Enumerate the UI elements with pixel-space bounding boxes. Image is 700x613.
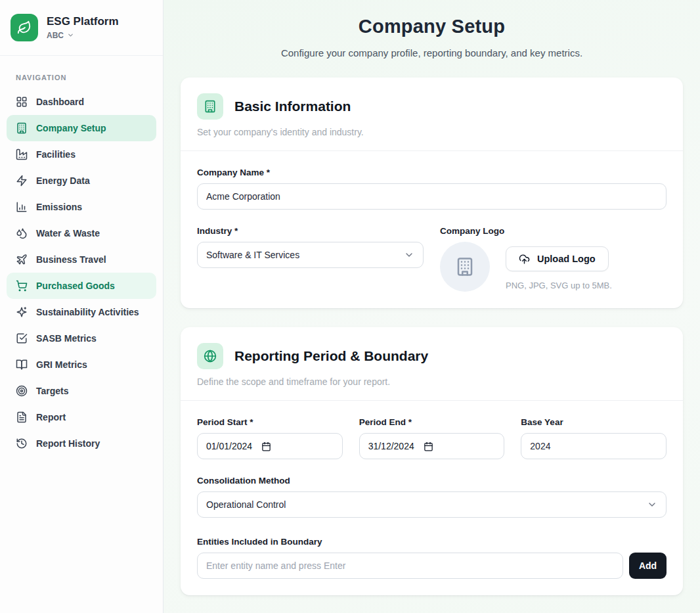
- factory-icon: [16, 148, 28, 160]
- bar-chart-icon: [16, 201, 28, 213]
- sidebar-item-label: Emissions: [36, 202, 82, 212]
- sidebar: ESG Platform ABC NAVIGATION Dashboard Co…: [0, 0, 164, 613]
- consolidation-selected-value: Operational Control: [206, 499, 286, 510]
- logo-placeholder: [440, 242, 490, 292]
- card-title: Basic Information: [234, 99, 351, 114]
- period-start-group: Period Start * 01/01/2024: [197, 417, 343, 459]
- sparkles-icon: [16, 306, 28, 318]
- company-name-group: Company Name *: [197, 168, 667, 210]
- entities-label: Entities Included in Boundary: [197, 537, 667, 547]
- droplets-icon: [16, 227, 28, 239]
- app-logo: [11, 14, 38, 41]
- app-name: ESG Platform: [47, 15, 119, 28]
- org-switcher[interactable]: ABC: [47, 31, 119, 40]
- sidebar-item-company-setup[interactable]: Company Setup: [7, 115, 156, 141]
- page-subtitle: Configure your company profile, reportin…: [181, 47, 683, 58]
- period-start-label: Period Start *: [197, 417, 343, 427]
- sidebar-item-purchased-goods[interactable]: Purchased Goods: [7, 273, 156, 299]
- globe-icon: [197, 343, 223, 369]
- industry-selected-value: Software & IT Services: [206, 250, 299, 260]
- sidebar-item-report[interactable]: Report: [7, 404, 156, 430]
- sidebar-item-label: Facilities: [36, 149, 76, 160]
- company-logo-group: Company Logo: [440, 226, 667, 292]
- sidebar-item-sustainability-activities[interactable]: Sustainability Activities: [7, 299, 156, 325]
- sidebar-item-label: Report: [36, 412, 66, 422]
- period-end-label: Period End *: [359, 417, 505, 427]
- shopping-cart-icon: [16, 280, 28, 292]
- base-year-input[interactable]: [521, 433, 667, 459]
- sidebar-item-dashboard[interactable]: Dashboard: [7, 89, 156, 115]
- building-icon: [455, 257, 475, 277]
- industry-label: Industry *: [197, 226, 424, 236]
- sidebar-item-facilities[interactable]: Facilities: [7, 141, 156, 168]
- sidebar-item-label: SASB Metrics: [36, 333, 97, 344]
- main-content: Company Setup Configure your company pro…: [164, 0, 700, 613]
- entity-name-input[interactable]: [197, 553, 623, 579]
- period-end-input[interactable]: 31/12/2024: [359, 433, 505, 459]
- period-start-input[interactable]: 01/01/2024: [197, 433, 343, 459]
- page-title: Company Setup: [181, 16, 683, 37]
- period-end-value: 31/12/2024: [368, 441, 414, 451]
- sidebar-item-label: Dashboard: [36, 97, 84, 107]
- consolidation-label: Consolidation Method: [197, 476, 667, 486]
- basic-information-header: Basic Information Set your company's ide…: [181, 78, 683, 151]
- sidebar-item-label: Purchased Goods: [36, 281, 115, 291]
- sidebar-item-label: Sustainability Activities: [36, 307, 139, 317]
- consolidation-group: Consolidation Method Operational Control: [197, 476, 667, 518]
- period-start-value: 01/01/2024: [206, 441, 252, 451]
- sidebar-item-emissions[interactable]: Emissions: [7, 194, 156, 220]
- upload-logo-label: Upload Logo: [537, 254, 596, 264]
- company-name-input[interactable]: [197, 183, 667, 210]
- sidebar-item-gri-metrics[interactable]: GRI Metrics: [7, 352, 156, 378]
- base-year-label: Base Year: [521, 417, 667, 427]
- org-name: ABC: [47, 31, 64, 40]
- calendar-icon[interactable]: [424, 442, 433, 451]
- target-icon: [16, 385, 28, 397]
- sidebar-nav: Dashboard Company Setup Facilities Energ…: [0, 89, 163, 457]
- sidebar-item-label: Energy Data: [36, 175, 90, 186]
- chevron-down-icon: [647, 499, 657, 510]
- sidebar-item-label: Company Setup: [36, 123, 106, 133]
- file-text-icon: [16, 411, 28, 423]
- reporting-period-header: Reporting Period & Boundary Define the s…: [181, 327, 683, 401]
- zap-icon: [16, 175, 28, 187]
- plane-icon: [16, 254, 28, 265]
- check-square-icon: [16, 332, 28, 344]
- sidebar-item-targets[interactable]: Targets: [7, 378, 156, 404]
- card-subtitle: Set your company's identity and industry…: [197, 127, 667, 137]
- building-icon: [16, 122, 28, 134]
- sidebar-item-energy-data[interactable]: Energy Data: [7, 168, 156, 194]
- industry-group: Industry * Software & IT Services: [197, 226, 424, 292]
- sidebar-item-report-history[interactable]: Report History: [7, 430, 156, 457]
- consolidation-select[interactable]: Operational Control: [197, 491, 667, 518]
- sidebar-item-label: Business Travel: [36, 254, 106, 265]
- card-subtitle: Define the scope and timeframe for your …: [197, 376, 667, 387]
- sidebar-item-label: GRI Metrics: [36, 359, 87, 370]
- app-title-block: ESG Platform ABC: [47, 15, 119, 39]
- book-open-icon: [16, 359, 28, 371]
- sidebar-header: ESG Platform ABC: [0, 0, 163, 56]
- sidebar-item-label: Targets: [36, 386, 69, 396]
- base-year-group: Base Year: [521, 417, 667, 459]
- nav-section-label: NAVIGATION: [0, 56, 163, 89]
- building-icon: [197, 93, 223, 120]
- entities-group: Entities Included in Boundary Add: [197, 537, 667, 579]
- add-entity-button[interactable]: Add: [629, 553, 667, 579]
- company-name-label: Company Name *: [197, 168, 667, 177]
- card-title: Reporting Period & Boundary: [234, 348, 428, 364]
- company-logo-label: Company Logo: [440, 226, 667, 236]
- upload-cloud-icon: [519, 254, 530, 265]
- reporting-period-card: Reporting Period & Boundary Define the s…: [181, 327, 683, 595]
- period-end-group: Period End * 31/12/2024: [359, 417, 505, 459]
- leaf-icon: [17, 20, 32, 35]
- industry-select[interactable]: Software & IT Services: [197, 242, 424, 268]
- sidebar-item-label: Report History: [36, 438, 100, 449]
- sidebar-item-business-travel[interactable]: Business Travel: [7, 246, 156, 273]
- dashboard-icon: [16, 96, 28, 108]
- history-icon: [16, 438, 28, 449]
- sidebar-item-sasb-metrics[interactable]: SASB Metrics: [7, 325, 156, 352]
- sidebar-item-label: Water & Waste: [36, 228, 100, 238]
- sidebar-item-water-waste[interactable]: Water & Waste: [7, 220, 156, 246]
- upload-logo-button[interactable]: Upload Logo: [506, 246, 609, 271]
- calendar-icon[interactable]: [261, 442, 271, 451]
